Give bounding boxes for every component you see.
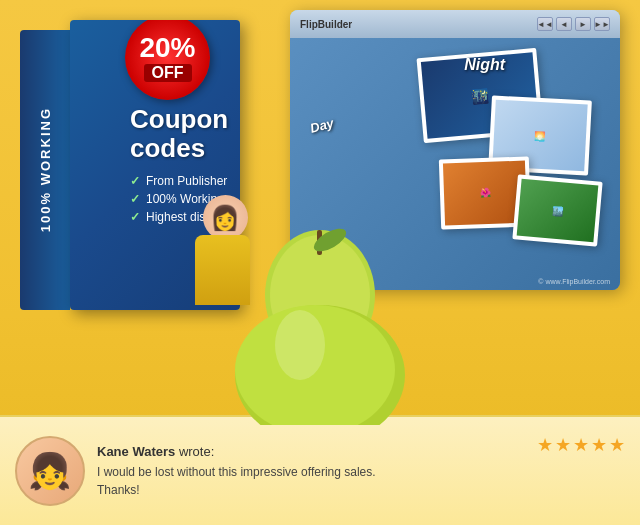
person-illustration: 👩 [195, 195, 255, 305]
star-2: ★ [555, 434, 571, 456]
badge-circle: 20% OFF [125, 20, 210, 100]
photo-card-4: 🏙️ [512, 174, 602, 246]
star-rating: ★ ★ ★ ★ ★ [537, 434, 625, 456]
screenshot-toolbar: FlipBuilder ◄◄ ◄ ► ►► [290, 10, 620, 38]
review-content: Kane Waters wrote: I would be lost witho… [97, 444, 525, 499]
day-label: Day [308, 115, 335, 136]
reviewer-name-bold: Kane Waters [97, 444, 175, 459]
reviewer-wrote: wrote: [179, 444, 214, 459]
star-1: ★ [537, 434, 553, 456]
reviewer-avatar: 👧 [15, 436, 85, 506]
review-section: 👧 Kane Waters wrote: I would be lost wit… [0, 415, 640, 525]
night-label: Night [464, 56, 505, 74]
badge-off: OFF [144, 64, 192, 82]
toolbar-buttons: ◄◄ ◄ ► ►► [537, 17, 610, 31]
badge-percent: 20% [139, 34, 195, 62]
review-text: I would be lost without this impressive … [97, 463, 525, 499]
person-head: 👩 [203, 195, 248, 240]
main-container: 100% Working 20% OFF Coupon codes From P… [0, 0, 640, 525]
footer-right: © www.FlipBuilder.com [538, 278, 610, 285]
review-line-1: I would be lost without this impressive … [97, 465, 376, 479]
person-body [195, 235, 250, 305]
toolbar-btn-2[interactable]: ◄ [556, 17, 572, 31]
star-5: ★ [609, 434, 625, 456]
coupon-title: Coupon codes [130, 105, 240, 162]
avatar-face: 👧 [28, 451, 72, 492]
toolbar-btn-3[interactable]: ► [575, 17, 591, 31]
reviewer-name: Kane Waters wrote: [97, 444, 525, 459]
star-3: ★ [573, 434, 589, 456]
review-line-2: Thanks! [97, 483, 140, 497]
box-side-text: 100% Working [38, 107, 53, 232]
svg-point-4 [275, 310, 325, 380]
box-side: 100% Working [20, 30, 70, 310]
discount-badge: 20% OFF [125, 20, 215, 105]
toolbar-logo: FlipBuilder [300, 19, 352, 30]
star-4: ★ [591, 434, 607, 456]
toolbar-btn-4[interactable]: ►► [594, 17, 610, 31]
feature-1: From Publisher [130, 172, 240, 190]
toolbar-btn-1[interactable]: ◄◄ [537, 17, 553, 31]
photo-inner-4: 🏙️ [517, 179, 599, 242]
